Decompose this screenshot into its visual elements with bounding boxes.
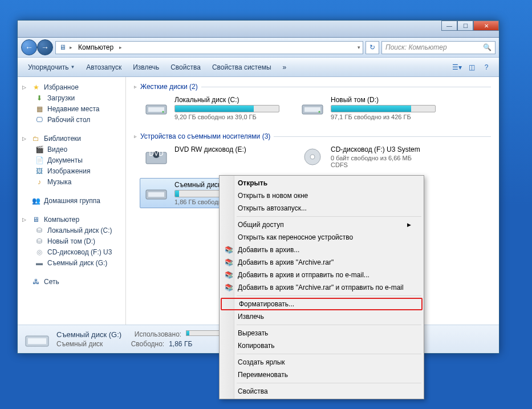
status-free-val: 1,86 ГБ [169,340,192,348]
ctx-props[interactable]: Свойства [221,385,423,398]
help-button[interactable]: ? [480,60,493,74]
sidebar-drive-d[interactable]: ⛁Новый том (D:) [18,236,125,246]
hdd-icon: ⛁ [35,237,44,246]
dropdown-icon[interactable]: ▾ [358,44,360,50]
sidebar-computer[interactable]: ▷🖥Компьютер [18,214,125,225]
ctx-add-archive[interactable]: 📚Добавить в архив... [221,244,423,256]
usb-icon [23,329,51,350]
computer-icon: 🖥 [31,215,40,224]
drive-c[interactable]: Локальный диск (C:) 9,20 ГБ свободно из … [140,93,282,123]
sidebar-documents[interactable]: 📄Документы [18,155,125,165]
sidebar-favorites[interactable]: ▷★Избранное [18,82,125,92]
cd-icon: ◎ [35,248,44,257]
drive-fs: CDFS [331,161,436,168]
ctx-open-new[interactable]: Открыть в новом окне [221,189,423,202]
drive-sub: 0 байт свободно из 6,66 МБ [331,155,436,161]
ctx-add-email[interactable]: 📚Добавить в архив и отправить по e-mail.… [221,269,423,281]
preview-pane-button[interactable]: ◫ [465,60,478,74]
download-icon: ⬇ [35,94,44,103]
document-icon: 📄 [35,156,44,165]
sidebar-video[interactable]: 🎬Видео [18,144,125,155]
more-button[interactable]: » [278,61,291,74]
autoplay-button[interactable]: Автозапуск [82,61,126,74]
drive-f[interactable]: CD-дисковод (F:) U3 System 0 байт свобод… [296,143,438,171]
ctx-rename[interactable]: Переименовать [221,368,423,381]
library-icon: 🗀 [31,134,40,143]
chevron-right-icon: ▸ [70,44,72,50]
winrar-icon: 📚 [224,283,233,292]
ctx-add-archive-rar[interactable]: 📚Добавить в архив "Archive.rar" [221,256,423,269]
view-button[interactable]: ☰▾ [450,60,464,74]
nav-row: ← → 🖥 ▸ Компьютер ▸ ▾ ↻ Поиск: Компьютер… [18,38,499,58]
ctx-open-autoplay[interactable]: Открыть автозапуск... [221,202,423,214]
winrar-icon: 📚 [224,258,233,267]
ctx-open[interactable]: Открыть [221,177,423,189]
sidebar-homegroup[interactable]: 👥Домашняя группа [18,195,125,206]
close-button[interactable]: ✕ [473,21,499,31]
refresh-button[interactable]: ↻ [366,41,379,54]
context-menu: Открыть Открыть в новом окне Открыть авт… [219,175,424,399]
usage-bar [331,105,436,112]
status-title: Съемный диск (G:) [56,330,121,339]
section-hdd[interactable]: ▹Жесткие диски (2) [134,83,491,93]
drive-name: DVD RW дисковод (E:) [174,145,279,153]
usb-icon [143,181,170,204]
music-icon: ♪ [35,177,44,187]
maximize-button[interactable]: ☐ [457,21,473,31]
computer-icon: 🖥 [58,43,67,52]
drive-name: CD-дисковод (F:) U3 System [331,145,436,153]
drive-name: Локальный диск (C:) [174,96,279,104]
sidebar-libraries[interactable]: ▷🗀Библиотеки [18,133,125,144]
section-removable[interactable]: ▹Устройства со съемными носителями (3) [134,132,491,143]
drive-sub: 97,1 ГБ свободно из 426 ГБ [331,114,436,120]
address-bar[interactable]: 🖥 ▸ Компьютер ▸ ▾ [55,41,363,54]
properties-button[interactable]: Свойства [166,61,205,74]
recent-icon: ▦ [35,104,44,114]
breadcrumb-computer[interactable]: Компьютер [75,42,117,52]
sidebar-network[interactable]: 🖧Сеть [18,276,125,287]
status-type: Съемный диск [56,340,103,348]
sidebar-recent[interactable]: ▦Недавние места [18,103,125,114]
svg-point-2 [163,111,164,113]
sidebar-images[interactable]: 🖼Изображения [18,165,125,176]
drive-e[interactable]: DVD DVD RW дисковод (E:) [140,143,282,171]
image-icon: 🖼 [35,167,44,176]
ctx-eject[interactable]: Извлечь [221,310,423,323]
search-icon: 🔍 [483,43,492,51]
ctx-copy[interactable]: Копировать [221,339,423,352]
eject-button[interactable]: Извлечь [128,61,164,74]
ctx-cut[interactable]: Вырезать [221,327,423,339]
svg-rect-14 [28,338,46,344]
ctx-shortcut[interactable]: Создать ярлык [221,356,423,368]
ctx-share[interactable]: Общий доступ▶ [221,218,423,231]
usb-icon: ▬ [35,258,44,268]
sidebar-music[interactable]: ♪Музыка [18,176,125,187]
back-button[interactable]: ← [21,39,37,55]
status-used-label: Использовано: [135,330,181,339]
minimize-button[interactable]: — [441,21,457,31]
search-input[interactable]: Поиск: Компьютер 🔍 [381,41,496,54]
sidebar-drive-c[interactable]: ⛁Локальный диск (C:) [18,225,125,236]
winrar-icon: 📚 [224,270,233,280]
sidebar-drive-f[interactable]: ◎CD-дисковод (F:) U3 [18,246,125,257]
ctx-add-rar-email[interactable]: 📚Добавить в архив "Archive.rar" и отправ… [221,281,423,294]
cd-icon [299,145,326,168]
svg-rect-1 [148,107,164,112]
svg-point-10 [310,155,315,159]
sidebar-downloads[interactable]: ⬇Загрузки [18,92,125,103]
hdd-icon [299,96,326,119]
star-icon: ★ [31,83,40,92]
ctx-portable[interactable]: Открыть как переносное устройство [221,231,423,244]
svg-text:DVD: DVD [149,149,164,157]
ctx-format[interactable]: Форматировать... [221,298,423,310]
hdd-icon: ⛁ [35,226,44,235]
desktop-icon: 🖵 [35,115,44,124]
sidebar-desktop[interactable]: 🖵Рабочий стол [18,114,125,125]
sysprops-button[interactable]: Свойства системы [208,61,276,74]
dvd-icon: DVD [143,145,170,168]
organize-menu[interactable]: Упорядочить▼ [23,61,79,74]
drive-d[interactable]: Новый том (D:) 97,1 ГБ свободно из 426 Г… [296,93,438,123]
toolbar: Упорядочить▼ Автозапуск Извлечь Свойства… [18,58,499,77]
forward-button[interactable]: → [37,39,53,55]
sidebar-drive-g[interactable]: ▬Съемный диск (G:) [18,257,125,268]
